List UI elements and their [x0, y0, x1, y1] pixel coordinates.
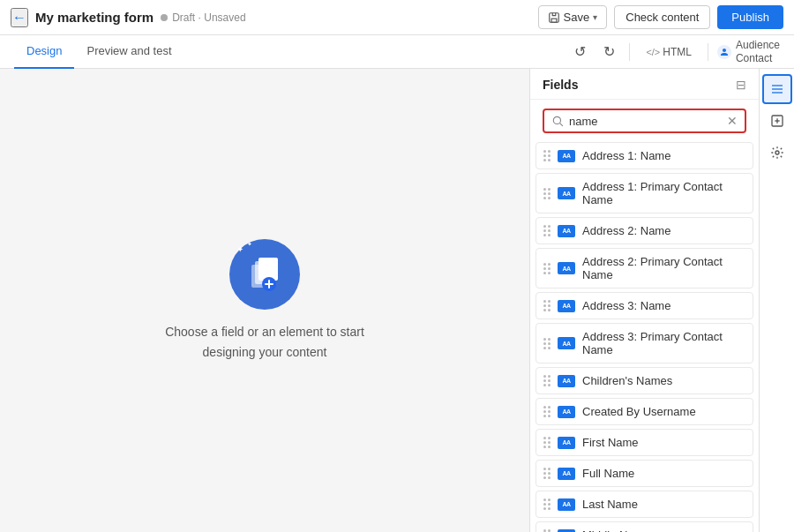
canvas-text-line1: Choose a field or an element to start — [165, 322, 364, 341]
canvas-placeholder-icon: ✦ ✦ — [229, 239, 300, 310]
grid-view-icon[interactable]: ⊟ — [736, 78, 746, 92]
audience-button[interactable]: Audience Contact — [717, 39, 780, 64]
sparkle-icon2: ✦ — [247, 241, 252, 248]
svg-point-16 — [775, 151, 779, 154]
fields-header: Fields ⊟ — [530, 69, 759, 100]
divider — [629, 43, 630, 61]
svg-rect-0 — [549, 12, 558, 22]
form-title: My marketing form — [35, 10, 154, 25]
topbar-left: ← My marketing form Draft · Unsaved — [11, 8, 529, 27]
chevron-down-icon: ▾ — [593, 12, 597, 22]
back-button[interactable]: ← — [11, 8, 28, 27]
fields-panel: Fields ⊟ ✕ AA Address 1: Name — [529, 69, 759, 532]
field-name-label: Created By Username — [582, 405, 696, 418]
field-item[interactable]: AA Address 1: Name — [536, 142, 753, 169]
publish-button[interactable]: Publish — [717, 5, 783, 29]
field-name-label: First Name — [582, 436, 639, 449]
sparkle-icon: ✦ — [236, 244, 243, 254]
field-type-icon: AA — [558, 225, 575, 237]
field-name-label: Address 2: Name — [582, 224, 670, 237]
save-button[interactable]: Save ▾ — [538, 5, 608, 29]
save-label: Save — [564, 11, 590, 24]
redo-icon: ↻ — [603, 44, 615, 59]
draft-dot — [161, 14, 168, 21]
html-button[interactable]: </> HTML — [639, 42, 699, 62]
field-name-label: Address 3: Name — [582, 299, 670, 312]
field-name-label: Children's Names — [582, 374, 672, 387]
undo-icon: ↺ — [574, 44, 586, 59]
field-type-icon: AA — [558, 375, 575, 387]
drag-handle — [543, 498, 551, 510]
html-brackets-icon: </> — [646, 47, 660, 57]
field-item[interactable]: AA Last Name — [536, 491, 753, 518]
field-name-label: Middle Name — [582, 528, 650, 532]
drag-handle — [543, 263, 551, 274]
field-item[interactable]: AA Address 2: Name — [536, 217, 753, 244]
field-type-icon: AA — [558, 437, 575, 449]
fields-title: Fields — [543, 78, 578, 92]
field-type-icon: AA — [558, 529, 575, 533]
audience-icon — [717, 45, 731, 59]
subnav-right: ↺ ↻ </> HTML Audience Contact — [569, 39, 780, 64]
field-item[interactable]: AA Address 1: Primary Contact Name — [536, 173, 753, 214]
field-name-label: Address 1: Primary Contact Name — [582, 180, 745, 206]
drag-handle — [543, 188, 551, 199]
tab-bar: Design Preview and test — [14, 35, 184, 69]
field-type-icon: AA — [558, 406, 575, 418]
field-name-label: Last Name — [582, 498, 638, 511]
field-type-icon: AA — [558, 498, 575, 511]
svg-line-9 — [560, 124, 563, 126]
settings-icon — [770, 146, 784, 160]
search-input[interactable] — [569, 115, 722, 128]
design-canvas: ✦ ✦ Choose a field or an element to star… — [0, 69, 529, 532]
field-item[interactable]: AA Address 3: Name — [536, 292, 753, 319]
topbar: ← My marketing form Draft · Unsaved Save… — [0, 0, 794, 35]
field-item[interactable]: AA Full Name — [536, 460, 753, 487]
search-box: ✕ — [543, 109, 746, 133]
sidebar-add-button[interactable] — [762, 106, 792, 136]
drag-handle — [543, 468, 551, 479]
audience-label-line1: Audience — [736, 39, 780, 51]
html-label: HTML — [663, 46, 692, 58]
field-type-icon: AA — [558, 262, 575, 274]
field-item[interactable]: AA Address 3: Primary Contact Name — [536, 323, 753, 363]
main-area: ✦ ✦ Choose a field or an element to star… — [0, 69, 794, 532]
pages-icon — [244, 254, 285, 295]
list-icon — [770, 82, 784, 96]
field-item[interactable]: AA Children's Names — [536, 367, 753, 394]
field-type-icon: AA — [558, 468, 575, 480]
svg-point-8 — [553, 116, 560, 124]
undo-button[interactable]: ↺ — [569, 40, 591, 64]
drag-handle — [543, 300, 551, 311]
drag-handle — [543, 150, 551, 161]
field-type-icon: AA — [558, 337, 575, 349]
redo-button[interactable]: ↻ — [598, 40, 620, 64]
drag-handle — [543, 437, 551, 448]
search-wrapper: ✕ — [530, 100, 759, 142]
canvas-text-line2: designing your content — [165, 342, 364, 362]
field-name-label: Full Name — [582, 467, 634, 480]
field-name-label: Address 2: Primary Contact Name — [582, 255, 745, 281]
tab-preview[interactable]: Preview and test — [74, 35, 184, 69]
draft-status: Draft · Unsaved — [161, 11, 245, 24]
check-content-button[interactable]: Check content — [614, 5, 710, 29]
tab-design[interactable]: Design — [14, 35, 74, 69]
svg-rect-1 — [551, 19, 557, 22]
field-type-icon: AA — [558, 150, 575, 162]
audience-label-line2: Contact — [736, 52, 780, 64]
field-item[interactable]: AA First Name — [536, 429, 753, 456]
search-icon — [551, 115, 564, 127]
field-item[interactable]: AA Created By Username — [536, 398, 753, 425]
drag-handle — [543, 406, 551, 417]
add-icon — [770, 114, 784, 128]
sidebar-settings-button[interactable] — [762, 138, 792, 168]
drag-handle — [543, 375, 551, 386]
draft-label: Draft · Unsaved — [172, 11, 245, 24]
field-name-label: Address 1: Name — [582, 149, 670, 162]
field-type-icon: AA — [558, 300, 575, 312]
sidebar-fields-button[interactable] — [762, 74, 792, 104]
topbar-right: Save ▾ Check content Publish — [538, 5, 783, 29]
field-item[interactable]: AA Middle Name — [536, 521, 753, 532]
clear-search-button[interactable]: ✕ — [727, 114, 738, 128]
field-item[interactable]: AA Address 2: Primary Contact Name — [536, 248, 753, 288]
